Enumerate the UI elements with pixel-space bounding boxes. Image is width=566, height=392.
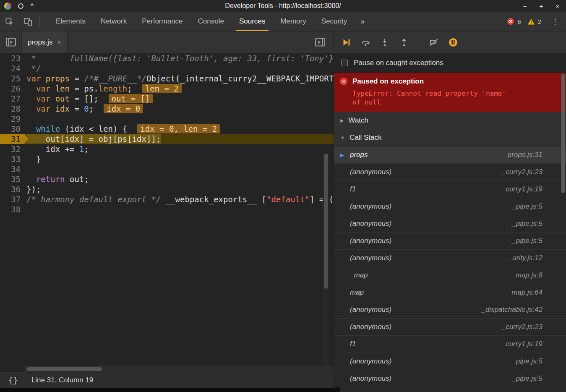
- stack-frame[interactable]: (anonymous)_pipe.js:5: [334, 215, 566, 233]
- code-text[interactable]: var props = /*#__PURE__*/Object(_interna…: [24, 73, 334, 84]
- code-line[interactable]: 25var props = /*#__PURE__*/Object(_inter…: [0, 73, 334, 84]
- code-text[interactable]: * fullName({last: 'Bullet-Tooth', age: 3…: [24, 53, 334, 63]
- step-out-button[interactable]: [399, 37, 410, 48]
- code-text[interactable]: while (idx < len) {idx = 0, len = 2: [24, 124, 334, 134]
- minimize-button[interactable]: −: [523, 3, 527, 10]
- code-text[interactable]: /* harmony default export */ __webpack_e…: [24, 194, 334, 204]
- line-number[interactable]: 23: [0, 53, 24, 63]
- line-number[interactable]: 25: [0, 73, 24, 84]
- stack-frame[interactable]: (anonymous)_pipe.js:5: [334, 353, 566, 370]
- tab-performance[interactable]: Performance: [134, 12, 190, 31]
- code-line[interactable]: 32 idx += 1;: [0, 144, 334, 154]
- tab-elements[interactable]: Elements: [48, 12, 93, 31]
- maximize-button[interactable]: +: [539, 3, 543, 10]
- file-tab-props-js[interactable]: props.js ×: [22, 31, 68, 53]
- line-number[interactable]: 36: [0, 184, 24, 194]
- toggle-navigator-icon[interactable]: [0, 31, 22, 53]
- line-number[interactable]: 28: [0, 104, 24, 114]
- code-line[interactable]: 33 }: [0, 154, 334, 164]
- tab-sources[interactable]: Sources: [232, 12, 273, 31]
- code-text[interactable]: }: [24, 154, 334, 164]
- line-number[interactable]: 26: [0, 84, 24, 94]
- pause-on-exceptions-button[interactable]: [448, 37, 459, 48]
- frame-function: (anonymous): [350, 323, 502, 331]
- code-line[interactable]: 30 while (idx < len) {idx = 0, len = 2: [0, 124, 334, 134]
- stack-frame[interactable]: (anonymous)_arity.js:12: [334, 250, 566, 267]
- code-text[interactable]: var idx = 0;idx = 0: [24, 104, 334, 114]
- close-tab-icon[interactable]: ×: [57, 39, 61, 46]
- tab-memory[interactable]: Memory: [273, 12, 313, 31]
- code-line[interactable]: 23 * fullName({last: 'Bullet-Tooth', age…: [0, 53, 334, 63]
- resume-button[interactable]: [341, 37, 352, 48]
- line-number[interactable]: 34: [0, 164, 24, 174]
- line-number[interactable]: 35: [0, 174, 24, 184]
- code-text[interactable]: [24, 114, 334, 124]
- stack-frame[interactable]: mapmap.js:64: [334, 284, 566, 301]
- stack-frame[interactable]: ▶propsprops.js:31: [334, 146, 566, 164]
- code-line[interactable]: 26 var len = ps.length;len = 2: [0, 84, 334, 94]
- line-number[interactable]: 37: [0, 194, 24, 204]
- inline-value-hint: idx = 0, len = 2: [137, 124, 220, 133]
- code-text[interactable]: var out = [];out = []: [24, 94, 334, 104]
- chevron-up-icon[interactable]: ^: [30, 4, 34, 8]
- device-toolbar-icon[interactable]: [18, 12, 37, 31]
- code-line[interactable]: 36});: [0, 184, 334, 194]
- code-line[interactable]: 35 return out;: [0, 174, 334, 184]
- tab-security[interactable]: Security: [314, 12, 355, 31]
- stack-frame[interactable]: (anonymous)_pipe.js:5: [334, 198, 566, 215]
- code-text[interactable]: idx += 1;: [24, 144, 334, 154]
- horizontal-scrollbar-thumb[interactable]: [26, 367, 102, 371]
- line-number[interactable]: 32: [0, 144, 24, 154]
- close-button[interactable]: ×: [556, 3, 559, 10]
- pause-on-caught-checkbox[interactable]: [341, 60, 348, 66]
- stack-frame[interactable]: (anonymous)_curry2.js:23: [334, 164, 566, 181]
- stack-frame[interactable]: _map_map.js:8: [334, 267, 566, 284]
- call-stack-section-header[interactable]: ▼ Call Stack: [334, 129, 566, 146]
- editor-vertical-scrollbar[interactable]: [323, 154, 329, 366]
- console-badges[interactable]: 6 2: [507, 18, 545, 25]
- tab-console[interactable]: Console: [190, 12, 232, 31]
- code-text[interactable]: out[idx] = obj[ps[idx]];: [24, 134, 334, 144]
- line-number[interactable]: 30: [0, 124, 24, 134]
- deactivate-breakpoints-button[interactable]: [428, 37, 439, 48]
- step-into-button[interactable]: [379, 37, 390, 48]
- stack-frame[interactable]: (anonymous)_pipe.js:5: [334, 370, 566, 387]
- code-text[interactable]: return out;: [24, 174, 334, 184]
- line-number[interactable]: 27: [0, 94, 24, 104]
- line-number[interactable]: 31: [0, 134, 24, 144]
- stack-frame[interactable]: (anonymous)_pipe.js:5: [334, 233, 566, 250]
- vertical-scrollbar-thumb[interactable]: [324, 154, 328, 289]
- more-tabs-button[interactable]: »: [355, 12, 370, 31]
- stack-frame[interactable]: f1_curry1.js:19: [334, 336, 566, 353]
- code-text[interactable]: var len = ps.length;len = 2: [24, 84, 334, 94]
- toggle-debugger-icon[interactable]: [309, 31, 331, 53]
- code-line[interactable]: 29: [0, 114, 334, 124]
- code-line[interactable]: 27 var out = [];out = []: [0, 94, 334, 104]
- tab-network[interactable]: Network: [93, 12, 134, 31]
- line-number[interactable]: 24: [0, 63, 24, 73]
- watch-section-header[interactable]: ▶ Watch: [334, 112, 566, 129]
- stack-frame[interactable]: (anonymous)_curry2.js:23: [334, 319, 566, 336]
- sidebar-scrollbar-thumb[interactable]: [561, 73, 565, 193]
- inspect-element-icon[interactable]: [0, 12, 18, 31]
- stack-frame[interactable]: (anonymous)_dispatchable.js:42: [334, 301, 566, 319]
- code-line[interactable]: 31 out[idx] = obj[ps[idx]];: [0, 134, 334, 144]
- stack-frame[interactable]: f1_curry1.js:19: [334, 181, 566, 198]
- code-line[interactable]: 38: [0, 204, 334, 214]
- code-line[interactable]: 34: [0, 164, 334, 174]
- line-number[interactable]: 33: [0, 154, 24, 164]
- line-number[interactable]: 29: [0, 114, 24, 124]
- editor-horizontal-scrollbar[interactable]: [24, 366, 334, 372]
- code-line[interactable]: 28 var idx = 0;idx = 0: [0, 104, 334, 114]
- pretty-print-button[interactable]: {}: [8, 376, 18, 385]
- code-text[interactable]: */: [24, 63, 334, 73]
- step-over-button[interactable]: [360, 37, 371, 48]
- code-text[interactable]: [24, 164, 334, 174]
- kebab-menu-icon[interactable]: ⋮: [545, 17, 566, 26]
- code-text[interactable]: });: [24, 184, 334, 194]
- code-line[interactable]: 37/* harmony default export */ __webpack…: [0, 194, 334, 204]
- code-editor[interactable]: 23 * fullName({last: 'Bullet-Tooth', age…: [0, 53, 334, 372]
- code-line[interactable]: 24 */: [0, 63, 334, 73]
- line-number[interactable]: 38: [0, 204, 24, 214]
- code-text[interactable]: [24, 204, 334, 214]
